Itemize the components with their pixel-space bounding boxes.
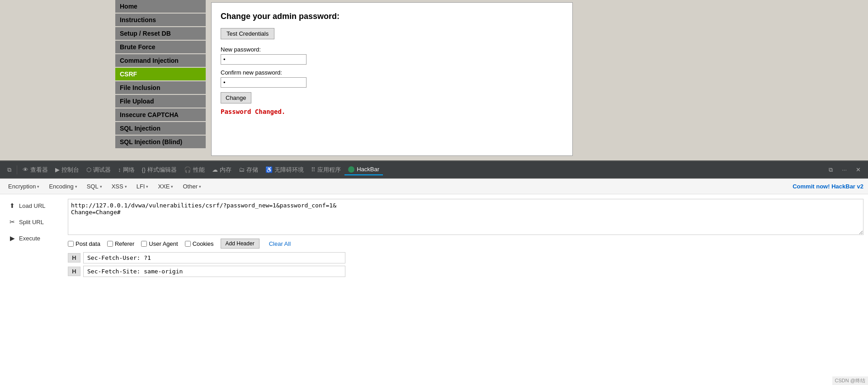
add-header-button[interactable]: Add Header	[221, 239, 259, 249]
new-password-label: New password:	[221, 46, 563, 53]
hackbar-menu-xss[interactable]: XSS ▾	[108, 182, 131, 191]
load-url-icon: ⬆	[8, 202, 16, 210]
hackbar-url-area: Post dataRefererUser AgentCookiesAdd Hea…	[68, 199, 863, 380]
execute-icon: ▶	[8, 234, 16, 242]
performance-icon: 🎧	[184, 166, 191, 173]
header-tag-1: H	[68, 267, 80, 276]
hackbar-menu-other[interactable]: Other ▾	[179, 182, 205, 191]
tab-inspector[interactable]: 👁 查看器	[19, 164, 52, 176]
url-textarea[interactable]	[68, 199, 863, 235]
browser-content: HomeInstructionsSetup / Reset DBBrute Fo…	[0, 0, 868, 160]
close-icon: ✕	[856, 166, 861, 173]
hackbar-menu-lfi[interactable]: LFI ▾	[133, 182, 152, 191]
tab-style-editor[interactable]: {} 样式编辑器	[138, 164, 181, 176]
confirm-password-label: Confirm new password:	[221, 69, 563, 76]
checkbox-cookies[interactable]: Cookies	[185, 240, 214, 247]
checkbox-referer[interactable]: Referer	[107, 240, 134, 247]
hackbar-menu-sql[interactable]: SQL ▾	[83, 182, 106, 191]
sidebar-item-csrf[interactable]: CSRF	[115, 68, 206, 80]
split-url-icon: ✂	[8, 218, 16, 226]
hackbar-toolbar: Encryption ▾Encoding ▾SQL ▾XSS ▾LFI ▾XXE…	[0, 179, 868, 194]
tab-memory[interactable]: ☁ 内存	[208, 164, 235, 176]
tab-console[interactable]: ▶ 控制台	[52, 164, 83, 176]
header-input-1[interactable]	[83, 266, 345, 277]
sidebar-item-brute-force[interactable]: Brute Force	[115, 41, 206, 53]
hackbar-body: ⬆ Load URL ✂ Split URL ▶ Execute Post da…	[0, 194, 868, 385]
devtools-bar: ⧉ 👁 查看器 ▶ 控制台 ⬡ 调试器 ↕ 网络 {} 样式编辑器 🎧 性能 ☁…	[0, 160, 868, 178]
chevron-down-icon: ▾	[146, 184, 148, 189]
accessibility-icon: ♿	[265, 166, 273, 173]
test-credentials-button[interactable]: Test Credentials	[221, 28, 274, 39]
success-message: Password Changed.	[221, 108, 563, 115]
header-rows: HH	[68, 252, 863, 277]
tab-application[interactable]: ⠿ 应用程序	[307, 164, 344, 176]
memory-icon: ☁	[212, 166, 218, 173]
chevron-down-icon: ▾	[125, 184, 127, 189]
csdn-logo: CSDN @终结	[832, 376, 868, 385]
hackbar-menu-encryption[interactable]: Encryption ▾	[5, 182, 43, 191]
sidebar-item-sql-injection[interactable]: SQL Injection	[115, 122, 206, 135]
checkbox-user-agent[interactable]: User Agent	[141, 240, 178, 247]
sidebar-item-setup-/-reset-db[interactable]: Setup / Reset DB	[115, 27, 206, 40]
chevron-down-icon: ▾	[100, 184, 102, 189]
tab-accessibility[interactable]: ♿ 无障碍环境	[262, 164, 307, 176]
sidebar: HomeInstructionsSetup / Reset DBBrute Fo…	[0, 0, 209, 160]
header-row-0: H	[68, 252, 863, 263]
responsive-icon: ⧉	[7, 166, 11, 174]
resize-icon: ⧉	[829, 166, 833, 174]
sidebar-item-insecure-captcha[interactable]: Insecure CAPTCHA	[115, 108, 206, 121]
hackbar-left-buttons: ⬆ Load URL ✂ Split URL ▶ Execute	[5, 199, 63, 380]
tab-network[interactable]: ↕ 网络	[114, 164, 138, 176]
header-row-1: H	[68, 266, 863, 277]
checkbox-post-data[interactable]: Post data	[68, 240, 100, 247]
network-icon: ↕	[118, 166, 121, 173]
new-password-input[interactable]	[221, 54, 307, 65]
separator-1	[17, 165, 17, 174]
tab-storage[interactable]: 🗂 存储	[235, 164, 262, 176]
devtools-right-controls: ⧉ ··· ✕	[825, 164, 864, 175]
devtools-close-btn[interactable]: ✕	[852, 164, 864, 175]
execute-button[interactable]: ▶ Execute	[5, 231, 63, 245]
clear-all-button[interactable]: Clear All	[266, 239, 293, 249]
commit-now-label: Commit now! HackBar v2	[793, 183, 863, 190]
style-editor-icon: {}	[142, 166, 146, 173]
tab-debugger[interactable]: ⬡ 调试器	[83, 164, 114, 176]
more-icon: ···	[842, 166, 847, 173]
main-content: Change your admin password: Test Credent…	[209, 0, 868, 160]
split-url-button[interactable]: ✂ Split URL	[5, 215, 63, 229]
sidebar-item-file-upload[interactable]: File Upload	[115, 95, 206, 108]
chevron-down-icon: ▾	[171, 184, 173, 189]
hackbar-menu-encoding[interactable]: Encoding ▾	[45, 182, 80, 191]
debugger-icon: ⬡	[86, 166, 91, 173]
hackbar-dot-icon	[348, 166, 354, 173]
page-title: Change your admin password:	[221, 12, 563, 21]
chevron-down-icon: ▾	[75, 184, 77, 189]
header-input-0[interactable]	[83, 252, 345, 263]
tab-performance[interactable]: 🎧 性能	[180, 164, 208, 176]
header-tag-0: H	[68, 253, 80, 263]
console-icon: ▶	[55, 166, 60, 173]
sidebar-item-file-inclusion[interactable]: File Inclusion	[115, 81, 206, 94]
sidebar-item-sql-injection-(blind)[interactable]: SQL Injection (Blind)	[115, 136, 206, 148]
tab-hackbar[interactable]: HackBar	[344, 164, 383, 175]
devtools-responsive-btn[interactable]: ⧉	[4, 164, 15, 175]
chevron-down-icon: ▾	[37, 184, 39, 189]
content-box: Change your admin password: Test Credent…	[211, 2, 573, 156]
sidebar-item-instructions[interactable]: Instructions	[115, 14, 206, 26]
confirm-password-input[interactable]	[221, 77, 307, 88]
hackbar-panel: Encryption ▾Encoding ▾SQL ▾XSS ▾LFI ▾XXE…	[0, 178, 868, 385]
hackbar-menu-xxe[interactable]: XXE ▾	[154, 182, 177, 191]
storage-icon: 🗂	[239, 166, 245, 173]
sidebar-item-command-injection[interactable]: Command Injection	[115, 54, 206, 67]
sidebar-item-home[interactable]: Home	[115, 0, 206, 13]
devtools-resize-btn[interactable]: ⧉	[825, 164, 836, 175]
load-url-button[interactable]: ⬆ Load URL	[5, 199, 63, 212]
checkboxes-row: Post dataRefererUser AgentCookiesAdd Hea…	[68, 239, 863, 249]
change-button[interactable]: Change	[221, 92, 251, 103]
application-icon: ⠿	[311, 166, 316, 173]
devtools-more-btn[interactable]: ···	[838, 164, 850, 175]
inspector-icon: 👁	[23, 166, 28, 173]
chevron-down-icon: ▾	[199, 184, 201, 189]
